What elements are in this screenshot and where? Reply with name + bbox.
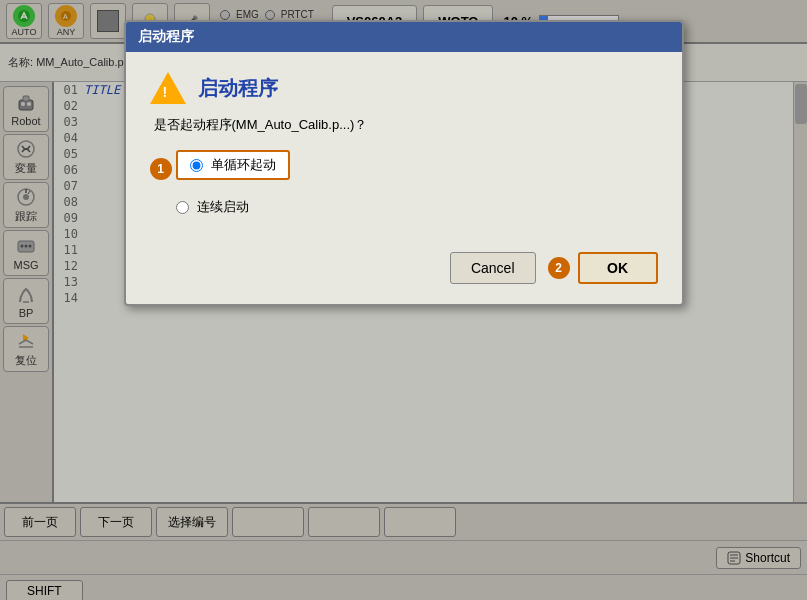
badge-2: 2	[548, 257, 570, 279]
dialog-titlebar: 启动程序	[126, 22, 682, 52]
dialog-body: 启动程序 是否起动程序(MM_Auto_Calib.p...)？ 1 单循环起动…	[126, 52, 682, 304]
option1-row[interactable]: 单循环起动	[176, 150, 290, 180]
option2-row[interactable]: 连续启动	[176, 198, 249, 216]
dialog-title: 启动程序	[138, 28, 194, 44]
option2-label: 连续启动	[197, 198, 249, 216]
dialog: 启动程序 启动程序 是否起动程序(MM_Auto_Calib.p...)？ 1 …	[124, 20, 684, 306]
dialog-heading: 启动程序	[198, 75, 278, 102]
dialog-overlay: 启动程序 启动程序 是否起动程序(MM_Auto_Calib.p...)？ 1 …	[0, 0, 807, 600]
warning-icon	[150, 72, 186, 104]
option2-radio[interactable]	[176, 201, 189, 214]
cancel-button[interactable]: Cancel	[450, 252, 536, 284]
badge-1: 1	[150, 158, 172, 180]
dialog-header: 启动程序	[150, 72, 658, 104]
ok-button[interactable]: OK	[578, 252, 658, 284]
dialog-footer: Cancel 2 OK	[150, 244, 658, 284]
option1-radio[interactable]	[190, 159, 203, 172]
main-area: Robot 変量 跟踪	[0, 82, 807, 502]
option1-label: 单循环起动	[211, 156, 276, 174]
dialog-question: 是否起动程序(MM_Auto_Calib.p...)？	[154, 116, 658, 134]
